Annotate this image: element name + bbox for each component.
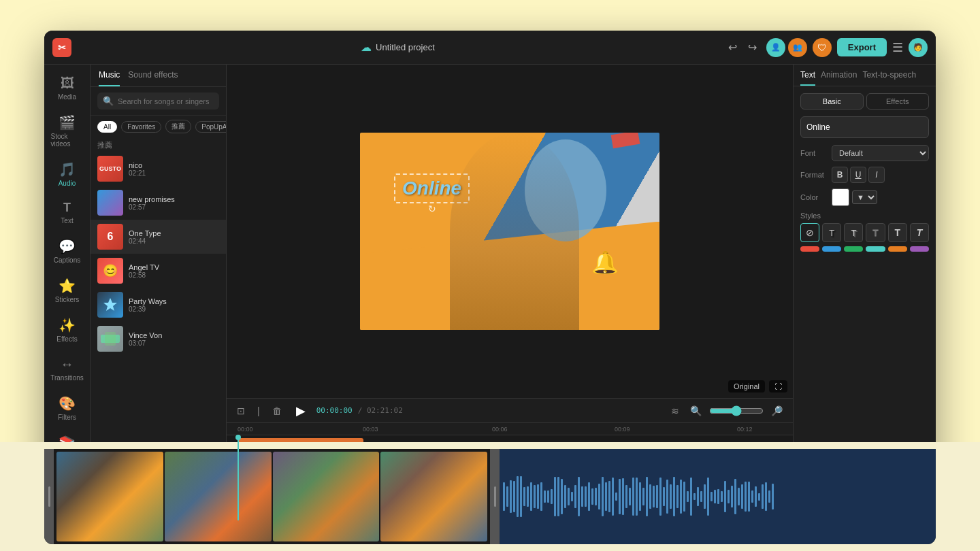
color-swatch[interactable] — [832, 188, 849, 206]
song-name: nico — [129, 161, 219, 169]
color-pill-purple[interactable] — [910, 246, 929, 252]
song-name: Party Ways — [129, 297, 219, 305]
song-info: new promises 02:57 — [129, 195, 219, 211]
sidebar-item-stock-videos[interactable]: 🎬 Stock videos — [48, 109, 86, 153]
color-pill-teal[interactable] — [866, 246, 885, 252]
fullscreen-button[interactable]: ⛶ — [769, 380, 787, 393]
sidebar-item-transitions[interactable]: ↔ Transitions — [48, 351, 86, 387]
filter-recommended[interactable]: 推薦 — [165, 120, 191, 133]
sidebar-label-stickers: Stickers — [55, 296, 80, 303]
underline-button[interactable]: U — [850, 167, 866, 183]
project-title-area: ☁ Untitled project — [361, 41, 435, 54]
media-icon: 🖼 — [61, 76, 74, 91]
effects-btn[interactable]: Effects — [866, 93, 930, 110]
sidebar-label-audio: Audio — [59, 180, 76, 187]
filter-all[interactable]: All — [97, 121, 117, 133]
timeline-split-btn[interactable]: | — [254, 403, 263, 418]
font-select[interactable]: Default — [832, 145, 929, 161]
redo-button[interactable]: ↪ — [744, 38, 761, 56]
search-input-wrap: 🔍 — [97, 93, 219, 110]
zoom-out-btn[interactable]: 🔍 — [687, 403, 705, 418]
style-bold-style[interactable]: T — [888, 223, 907, 242]
tab-text[interactable]: Text — [800, 70, 815, 86]
sidebar-item-stickers[interactable]: ⭐ Stickers — [48, 272, 86, 309]
timeline-delete-btn[interactable]: 🗑 — [269, 403, 285, 418]
menu-icon[interactable]: ☰ — [892, 40, 903, 55]
color-pill-green[interactable] — [844, 246, 863, 252]
color-pill-red[interactable] — [800, 246, 819, 252]
play-button[interactable]: ▶ — [291, 401, 311, 420]
app-logo: ✂ — [52, 38, 71, 57]
color-pill-orange[interactable] — [888, 246, 907, 252]
export-button[interactable]: Export — [837, 38, 887, 56]
song-thumbnail — [97, 190, 123, 216]
ruler-mark: 00:12 — [737, 426, 753, 433]
original-label[interactable]: Original — [728, 380, 765, 393]
styles-grid: ⊘ T T T T T — [800, 223, 929, 242]
video-frame[interactable]: Online ↻ 🔔 — [360, 133, 659, 330]
basic-btn[interactable]: Basic — [800, 93, 864, 110]
text-preview-box[interactable]: Online — [800, 116, 929, 138]
cloud-icon: ☁ — [361, 41, 372, 54]
ruler-mark: 00:09 — [615, 426, 630, 433]
filmstrip-thumbnails — [54, 449, 490, 544]
style-shadow1[interactable]: T — [822, 223, 841, 242]
stock-videos-icon: 🎬 — [59, 114, 76, 131]
undo-button[interactable]: ↩ — [724, 38, 741, 56]
color-pill-blue[interactable] — [822, 246, 841, 252]
tab-animation[interactable]: Animation — [821, 70, 857, 86]
svg-marker-0 — [103, 298, 117, 311]
bold-button[interactable]: B — [832, 167, 848, 183]
avatar-collab: 👥 — [788, 38, 807, 57]
top-bar: ✂ ☁ Untitled project ↩ ↪ 👤 👥 🛡 Export ☰ … — [44, 31, 936, 65]
rotate-handle[interactable]: ↻ — [428, 203, 436, 214]
italic-button[interactable]: I — [868, 167, 885, 183]
list-item[interactable]: GUSTO nico 02:21 — [91, 152, 226, 186]
sidebar-item-text[interactable]: T Text — [48, 195, 86, 230]
timeline-frame-btn[interactable]: ⊡ — [233, 403, 248, 418]
playhead[interactable] — [238, 435, 239, 520]
panel-search-area: 🔍 — [91, 87, 226, 116]
format-label: Format — [800, 171, 828, 179]
list-item[interactable]: Party Ways 02:39 — [91, 288, 226, 322]
filmstrip-handle-right[interactable] — [490, 449, 500, 544]
tab-tts[interactable]: Text-to-speech — [862, 70, 916, 86]
bell-emoji: 🔔 — [591, 250, 619, 276]
filmstrip-handle-left[interactable] — [44, 449, 54, 544]
ruler-mark: 00:06 — [492, 426, 508, 433]
song-info: Vince Von 03:07 — [129, 331, 219, 347]
color-label: Color — [800, 193, 828, 201]
color-dropdown[interactable]: ▼ — [852, 190, 877, 204]
song-duration: 02:57 — [129, 203, 219, 211]
tab-sound-effects[interactable]: Sound effects — [128, 70, 178, 86]
zoom-in-btn[interactable]: 🔎 — [768, 403, 786, 418]
style-none[interactable]: ⊘ — [800, 223, 819, 242]
sidebar-item-captions[interactable]: 💬 Captions — [48, 233, 86, 269]
style-outline[interactable]: T — [866, 223, 885, 242]
styles-color-row — [800, 246, 929, 252]
filmstrip-frame — [165, 452, 272, 541]
style-shadow2[interactable]: T — [844, 223, 863, 242]
sidebar-item-effects[interactable]: ✨ Effects — [48, 312, 86, 348]
search-input[interactable] — [118, 97, 214, 105]
sidebar-item-filters[interactable]: 🎨 Filters — [48, 390, 86, 427]
sidebar-label-stock: Stock videos — [51, 133, 84, 148]
style-fancy[interactable]: T — [910, 223, 929, 242]
zoom-waveform-btn[interactable]: ≋ — [668, 403, 683, 418]
list-item[interactable]: new promises 02:57 — [91, 186, 226, 220]
audio-icon: 🎵 — [59, 161, 76, 178]
filter-popup-album[interactable]: PopUpAlbum — [195, 121, 226, 133]
filmstrip-frame — [380, 452, 487, 541]
shield-icon: 🛡 — [813, 38, 832, 57]
svg-rect-2 — [105, 332, 116, 346]
sidebar-item-media[interactable]: 🖼 Media — [48, 70, 86, 106]
ruler-mark: 00:00 — [238, 426, 253, 433]
stickers-icon: ⭐ — [59, 278, 76, 294]
list-item[interactable]: Vince Von 03:07 — [91, 322, 226, 356]
zoom-slider[interactable] — [709, 405, 764, 416]
filter-favorites[interactable]: Favorites — [121, 121, 161, 133]
list-item[interactable]: 6 One Type 02:44 — [91, 220, 226, 254]
tab-music[interactable]: Music — [99, 70, 120, 86]
list-item[interactable]: 😊 Angel TV 02:58 — [91, 254, 226, 288]
sidebar-item-audio[interactable]: 🎵 Audio — [48, 156, 86, 193]
